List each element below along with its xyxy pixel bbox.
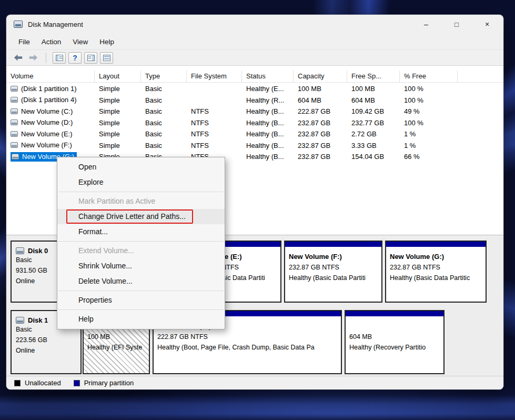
legend-primary-partition: Primary partition bbox=[74, 379, 134, 387]
cell-status: Healthy (B... bbox=[242, 153, 294, 161]
help-button[interactable]: ? bbox=[68, 52, 82, 64]
primary-partition-bar bbox=[386, 242, 486, 247]
partition-box-recovery[interactable]: 604 MB Healthy (Recovery Partitio bbox=[345, 310, 445, 374]
graphical-view-button[interactable] bbox=[100, 52, 113, 64]
cell-layout: Simple bbox=[95, 119, 141, 127]
cell-free-space: 100 MB bbox=[347, 85, 400, 93]
cell-status: Healthy (R... bbox=[242, 96, 294, 104]
cell-pct-free: 100 % bbox=[400, 85, 458, 93]
disk-icon bbox=[16, 247, 24, 254]
cell-capacity: 222.87 GB bbox=[294, 107, 347, 115]
partition-health: Healthy (Basic Data Partitic bbox=[390, 273, 482, 283]
title-bar: Disk Management – □ × bbox=[6, 15, 503, 34]
partition-health: Healthy (Recovery Partitio bbox=[349, 342, 440, 353]
volume-icon bbox=[11, 131, 18, 137]
column-header-file-system[interactable]: File System bbox=[187, 71, 242, 82]
menu-separator bbox=[58, 241, 224, 242]
cell-type: Basic bbox=[141, 142, 187, 149]
cell-type: Basic bbox=[141, 96, 187, 104]
partition-size: 100 MB bbox=[87, 332, 145, 342]
back-arrow-icon[interactable] bbox=[12, 52, 24, 64]
volume-icon bbox=[11, 108, 18, 114]
cell-free-space: 604 MB bbox=[347, 96, 400, 104]
partition-box[interactable]: New Volume (F:) 232.87 GB NTFS Healthy (… bbox=[284, 241, 382, 303]
volume-name: (Disk 1 partition 1) bbox=[21, 85, 76, 93]
partition-name bbox=[349, 321, 440, 332]
table-row[interactable]: (Disk 1 partition 4) Simple Basic Health… bbox=[6, 95, 503, 106]
menu-item-delete-volume[interactable]: Delete Volume... bbox=[57, 274, 225, 289]
menu-file[interactable]: File bbox=[13, 35, 36, 48]
forward-arrow-icon[interactable] bbox=[27, 52, 39, 64]
partition-health: Healthy (Boot, Page File, Crash Dump, Ba… bbox=[157, 342, 337, 353]
desktop-wallpaper: Disk Management – □ × File Action View H… bbox=[0, 0, 515, 420]
cell-free-space: 2.72 GB bbox=[347, 130, 400, 138]
primary-partition-swatch bbox=[74, 380, 80, 386]
legend-unallocated: Unallocated bbox=[14, 379, 61, 387]
help-icon: ? bbox=[73, 54, 77, 62]
cell-pct-free: 49 % bbox=[400, 107, 458, 115]
console-tree-toggle-button[interactable] bbox=[53, 52, 66, 64]
menu-item-shrink-volume[interactable]: Shrink Volume... bbox=[57, 258, 225, 274]
window-title: Disk Management bbox=[28, 21, 83, 28]
partition-health: Healthy (EFI Syste bbox=[87, 342, 145, 353]
table-row[interactable]: New Volume (D:) Simple Basic NTFS Health… bbox=[6, 117, 503, 129]
cell-free-space: 109.42 GB bbox=[347, 107, 400, 115]
menu-item-open[interactable]: Open bbox=[57, 159, 225, 175]
table-row[interactable]: New Volume (C:) Simple Basic NTFS Health… bbox=[6, 106, 503, 117]
table-row[interactable]: (Disk 1 partition 1) Simple Basic Health… bbox=[6, 83, 503, 95]
disk-management-app-icon[interactable] bbox=[14, 21, 23, 28]
partition-box[interactable]: New Volume (G:) 232.87 GB NTFS Healthy (… bbox=[385, 241, 487, 303]
cell-type: Basic bbox=[141, 107, 187, 115]
volume-icon bbox=[12, 154, 19, 159]
table-row[interactable]: New Volume (F:) Simple Basic NTFS Health… bbox=[6, 140, 503, 152]
legend-label: Unallocated bbox=[25, 379, 61, 387]
menu-item-properties[interactable]: Properties bbox=[57, 293, 225, 308]
disk-icon bbox=[16, 317, 24, 324]
menu-item-change-drive-letter-and-paths[interactable]: Change Drive Letter and Paths... bbox=[57, 209, 225, 224]
partition-name: New Volume (F:) bbox=[289, 252, 378, 262]
column-header-capacity[interactable]: Capacity bbox=[294, 71, 347, 82]
menu-separator bbox=[58, 291, 224, 291]
menu-item-help[interactable]: Help bbox=[57, 312, 225, 327]
menu-item-format[interactable]: Format... bbox=[57, 224, 225, 239]
toolbar: ? bbox=[6, 49, 503, 66]
cell-capacity: 604 MB bbox=[294, 96, 347, 104]
menu-separator bbox=[58, 309, 224, 310]
volume-name: (Disk 1 partition 4) bbox=[21, 96, 76, 104]
cell-file-system: NTFS bbox=[187, 119, 242, 127]
menu-item-extend-volume: Extend Volume... bbox=[57, 243, 225, 258]
column-header-layout[interactable]: Layout bbox=[95, 71, 141, 82]
menu-action[interactable]: Action bbox=[36, 35, 67, 48]
minimize-button[interactable]: – bbox=[411, 15, 441, 34]
action-pane-toggle-button[interactable] bbox=[84, 52, 97, 64]
cell-capacity: 232.87 GB bbox=[294, 153, 347, 161]
maximize-button[interactable]: □ bbox=[441, 15, 472, 34]
cell-file-system: NTFS bbox=[187, 107, 242, 115]
column-header-free-space[interactable]: Free Sp... bbox=[347, 71, 400, 82]
column-header-volume[interactable]: Volume bbox=[6, 71, 95, 82]
column-header-status[interactable]: Status bbox=[242, 71, 294, 82]
volume-rows: (Disk 1 partition 1) Simple Basic Health… bbox=[6, 83, 503, 163]
disk-management-window: Disk Management – □ × File Action View H… bbox=[6, 15, 503, 389]
column-header-type[interactable]: Type bbox=[141, 71, 187, 82]
cell-pct-free: 100 % bbox=[400, 96, 458, 104]
column-header-blank bbox=[458, 71, 503, 82]
menu-view[interactable]: View bbox=[67, 35, 94, 48]
partition-size: 222.87 GB NTFS bbox=[157, 332, 337, 342]
cell-status: Healthy (B... bbox=[242, 107, 294, 115]
cell-capacity: 232.87 GB bbox=[294, 119, 347, 127]
cell-pct-free: 100 % bbox=[400, 119, 458, 127]
table-row[interactable]: New Volume (E:) Simple Basic NTFS Health… bbox=[6, 128, 503, 140]
cell-type: Basic bbox=[141, 119, 187, 127]
volume-list-header: Volume Layout Type File System Status Ca… bbox=[6, 71, 503, 83]
disk-name: Disk 1 bbox=[28, 316, 48, 324]
cell-capacity: 100 MB bbox=[294, 85, 347, 93]
column-header-pct-free[interactable]: % Free bbox=[400, 71, 458, 82]
menu-help[interactable]: Help bbox=[94, 35, 120, 48]
cell-file-system: NTFS bbox=[187, 142, 242, 149]
cell-file-system: NTFS bbox=[187, 130, 242, 138]
close-button[interactable]: × bbox=[472, 15, 502, 34]
primary-partition-bar bbox=[346, 311, 443, 316]
menu-item-explore[interactable]: Explore bbox=[57, 175, 225, 190]
context-menu: Open Explore Mark Partition as Active Ch… bbox=[57, 157, 225, 329]
